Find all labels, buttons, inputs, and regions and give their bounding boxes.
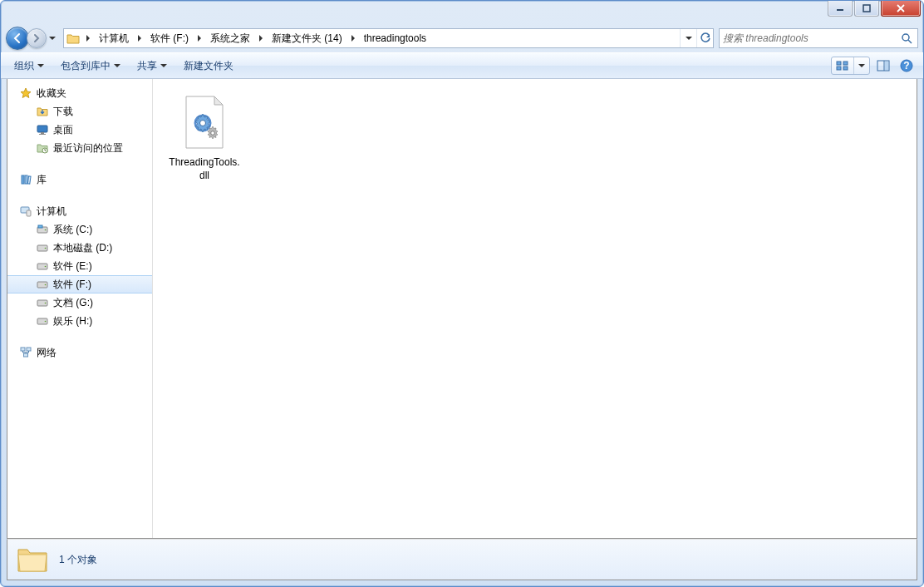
breadcrumb-segment[interactable]: 系统之家 [205, 29, 255, 47]
breadcrumb-arrow[interactable] [194, 29, 205, 47]
titlebar [1, 1, 923, 24]
refresh-button[interactable] [696, 29, 713, 47]
svg-line-3 [908, 40, 912, 43]
sidebar-item-drive-e[interactable]: 软件 (E:) [7, 257, 152, 275]
sidebar-item-label: 软件 (E:) [53, 259, 92, 274]
new-folder-button[interactable]: 新建文件夹 [177, 56, 240, 76]
help-button[interactable]: ? [897, 56, 917, 76]
sidebar-item-drive-d[interactable]: 本地磁盘 (D:) [7, 239, 152, 257]
sidebar-item-label: 系统 (C:) [53, 223, 92, 237]
computer-icon [19, 205, 32, 218]
chevron-right-icon [259, 35, 263, 42]
address-bar-buttons [680, 29, 713, 47]
view-mode-dropdown[interactable] [854, 57, 869, 74]
sidebar-item-downloads[interactable]: 下载 [7, 102, 152, 121]
content-area[interactable]: ThreadingTools.dll [153, 79, 917, 538]
sidebar-item-label: 下载 [53, 105, 73, 119]
organize-button[interactable]: 组织 [7, 56, 51, 76]
breadcrumb-arrow[interactable] [134, 29, 145, 47]
back-button[interactable] [6, 27, 29, 50]
sidebar-item-label: 文档 (G:) [53, 296, 93, 310]
nav-history-dropdown[interactable] [47, 31, 58, 46]
folder-icon [64, 29, 82, 47]
forward-button[interactable] [27, 28, 47, 48]
svg-point-28 [45, 266, 47, 268]
breadcrumb-item: 新建文件夹 (14) [267, 29, 359, 47]
drive-icon [36, 223, 49, 236]
svg-rect-1 [863, 5, 870, 12]
sidebar-network[interactable]: 网络 [7, 343, 152, 362]
maximize-button[interactable] [854, 0, 879, 17]
sidebar-computer-group: 计算机 系统 (C:) 本地磁盘 (D:) [7, 202, 152, 330]
svg-rect-7 [843, 67, 848, 70]
sidebar-item-drive-g[interactable]: 文档 (G:) [7, 294, 152, 312]
svg-rect-6 [837, 67, 841, 70]
svg-point-40 [211, 131, 215, 136]
sidebar-item-label: 本地磁盘 (D:) [53, 241, 112, 255]
breadcrumb-root-arrow[interactable] [82, 29, 94, 47]
search-input[interactable] [723, 32, 899, 44]
view-mode-icon[interactable] [832, 57, 853, 74]
toolbar-label: 包含到库中 [61, 59, 111, 73]
chevron-right-icon [351, 35, 355, 42]
breadcrumb-segment[interactable]: threadingtools [359, 29, 431, 47]
breadcrumb-segment[interactable]: 软件 (F:) [145, 29, 194, 47]
explorer-window: 计算机 软件 (F:) 系统之家 新建文件夹 (14) threadingtoo… [0, 0, 924, 587]
sidebar-libraries[interactable]: 库 [7, 170, 152, 189]
svg-text:?: ? [903, 60, 909, 72]
share-button[interactable]: 共享 [130, 56, 174, 76]
drive-icon [36, 296, 49, 309]
dll-file-icon [178, 93, 231, 153]
sidebar-item-label: 网络 [37, 346, 57, 360]
address-dropdown-button[interactable] [680, 29, 696, 47]
sidebar-item-label: 库 [37, 173, 47, 187]
breadcrumb-arrow[interactable] [255, 29, 267, 47]
breadcrumb-segment[interactable]: 计算机 [94, 29, 134, 47]
body: 收藏夹 下载 桌面 最 [7, 79, 917, 539]
svg-point-39 [200, 121, 206, 126]
preview-pane-button[interactable] [873, 56, 893, 76]
svg-rect-5 [843, 62, 848, 65]
search-box[interactable] [719, 28, 918, 48]
download-icon [36, 105, 49, 118]
svg-rect-10 [885, 62, 888, 70]
include-library-button[interactable]: 包含到库中 [54, 56, 127, 76]
sidebar-item-desktop[interactable]: 桌面 [7, 121, 152, 139]
sidebar-item-label: 软件 (F:) [53, 278, 91, 292]
sidebar-libraries-group: 库 [7, 170, 152, 189]
address-bar[interactable]: 计算机 软件 (F:) 系统之家 新建文件夹 (14) threadingtoo… [63, 28, 714, 48]
chevron-right-icon [86, 35, 90, 42]
svg-point-30 [45, 284, 47, 286]
svg-point-2 [902, 34, 909, 41]
sidebar-item-recent[interactable]: 最近访问的位置 [7, 139, 152, 157]
sidebar-item-drive-f[interactable]: 软件 (F:) [7, 275, 152, 294]
sidebar-item-drive-h[interactable]: 娱乐 (H:) [7, 312, 152, 330]
file-name-label: ThreadingTools.dll [167, 156, 242, 182]
sidebar-favorites[interactable]: 收藏夹 [7, 84, 152, 102]
minimize-button[interactable] [828, 0, 853, 17]
breadcrumb-arrow[interactable] [347, 29, 359, 47]
svg-rect-14 [41, 132, 44, 134]
chevron-down-icon [160, 64, 167, 67]
recent-icon [36, 141, 49, 155]
breadcrumb-segment[interactable]: 新建文件夹 (14) [267, 29, 347, 47]
chevron-right-icon [138, 35, 141, 42]
drive-icon [36, 278, 49, 291]
folder-large-icon [16, 543, 49, 576]
close-button[interactable] [881, 0, 921, 17]
file-item[interactable]: ThreadingTools.dll [163, 89, 246, 186]
svg-point-23 [45, 229, 47, 231]
svg-rect-0 [837, 9, 843, 11]
breadcrumb-item: 系统之家 [205, 29, 267, 47]
view-mode-button[interactable] [831, 57, 870, 75]
drive-icon [36, 241, 49, 254]
sidebar-item-label: 计算机 [37, 205, 66, 219]
breadcrumb-item: 计算机 [94, 29, 145, 47]
search-icon[interactable] [899, 32, 914, 44]
sidebar-item-drive-c[interactable]: 系统 (C:) [7, 220, 152, 239]
sidebar-computer[interactable]: 计算机 [7, 202, 152, 220]
chevron-right-icon [198, 35, 201, 42]
chevron-down-icon [858, 64, 865, 67]
sidebar: 收藏夹 下载 桌面 最 [7, 79, 153, 538]
network-icon [19, 346, 32, 359]
